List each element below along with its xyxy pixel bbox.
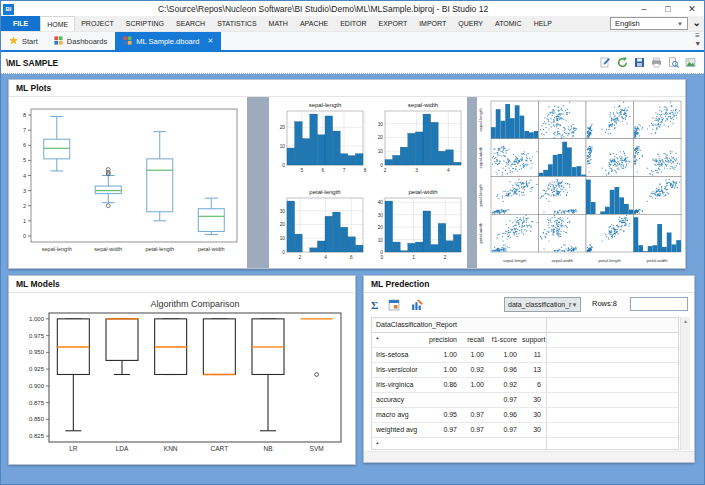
- value-cell: [424, 393, 462, 407]
- value-cell: 0.97: [489, 423, 522, 437]
- svg-text:2: 2: [384, 168, 387, 173]
- menu-item-statistics[interactable]: STATISTICS: [211, 16, 262, 31]
- column-header-recall[interactable]: recall: [462, 333, 489, 347]
- close-button[interactable]: ✕: [680, 2, 704, 16]
- svg-text:petal-width: petal-width: [478, 222, 483, 243]
- tab-start[interactable]: Start: [1, 32, 46, 50]
- svg-text:4: 4: [324, 255, 327, 260]
- svg-text:petal-length: petal-length: [145, 246, 174, 252]
- value-cell: 30: [522, 408, 546, 422]
- menu-item-help[interactable]: HELP: [528, 16, 558, 31]
- iris-boxplot-figure: 012345678sepal-lengthsepal-widthpetal-le…: [9, 97, 247, 268]
- menu-item-editor[interactable]: EDITOR: [334, 16, 372, 31]
- tab-ml-sample-dboard[interactable]: ML Sample.dboard✕: [115, 32, 221, 50]
- add-report-icon: [411, 299, 423, 311]
- svg-text:sepal-length: sepal-length: [309, 102, 342, 108]
- menu-item-export[interactable]: EXPORT: [373, 16, 414, 31]
- value-cell: 1.00: [462, 348, 489, 362]
- svg-text:0.975: 0.975: [29, 333, 45, 339]
- svg-text:petal-length: petal-length: [309, 189, 340, 195]
- column-header-precision[interactable]: precision: [424, 333, 462, 347]
- menu-item-import[interactable]: IMPORT: [413, 16, 452, 31]
- value-cell: 0.92: [462, 363, 489, 377]
- svg-text:5: 5: [23, 157, 26, 163]
- dataset-selector[interactable]: data_classification_r ▼: [504, 297, 581, 312]
- print-icon[interactable]: [651, 57, 662, 68]
- prediction-toolbar: Σ data_classification_r ▼ Rows:8: [364, 293, 694, 317]
- save-icon[interactable]: [634, 57, 645, 68]
- menu-item-atomic[interactable]: ATOMIC: [489, 16, 528, 31]
- menu-item-file[interactable]: FILE: [1, 16, 40, 31]
- chevron-down-icon: ▼: [677, 21, 683, 27]
- table-row[interactable]: weighted avg0.970.970.9730: [372, 423, 678, 438]
- svg-text:0: 0: [380, 255, 383, 260]
- menu-item-query[interactable]: QUERY: [452, 16, 489, 31]
- svg-text:6: 6: [350, 255, 353, 260]
- menu-item-apache[interactable]: APACHE: [294, 16, 334, 31]
- ml-plots-panel: ML Plots 012345678sepal-lengthsepal-widt…: [8, 79, 686, 269]
- svg-text:1.000: 1.000: [29, 316, 45, 322]
- table-scrollbar[interactable]: ▲: [680, 317, 690, 450]
- table-row[interactable]: Iris-setosa1.001.001.0011: [372, 348, 678, 363]
- svg-text:LR: LR: [69, 445, 78, 452]
- svg-text:sepal-width: sepal-width: [408, 102, 438, 108]
- value-cell: 13: [522, 363, 546, 377]
- menu-item-scripting[interactable]: SCRIPTING: [120, 16, 170, 31]
- ml-models-panel-title: ML Models: [9, 276, 355, 293]
- svg-text:1: 1: [23, 218, 26, 224]
- tab-dashboards[interactable]: Dashboards: [46, 32, 115, 50]
- tab-list-icon[interactable]: ≡▾: [695, 32, 700, 48]
- svg-text:20: 20: [280, 125, 286, 130]
- menu-item-search[interactable]: SEARCH: [170, 16, 211, 31]
- column-header-star[interactable]: *: [372, 333, 424, 347]
- tab-label: Start: [22, 37, 38, 46]
- dashboard-icon: [123, 36, 132, 47]
- maximize-button[interactable]: □: [656, 2, 680, 16]
- value-cell: 1.00: [489, 348, 522, 362]
- path-toolbar: \ML SAMPLE: [1, 52, 704, 74]
- svg-text:8: 8: [23, 112, 26, 118]
- svg-text:3: 3: [23, 188, 26, 194]
- edit-icon[interactable]: [600, 57, 611, 68]
- language-selector[interactable]: English▼: [610, 17, 688, 30]
- edit-icon: [600, 57, 611, 68]
- filter-input[interactable]: [630, 297, 688, 311]
- svg-text:sepal-width: sepal-width: [478, 146, 483, 168]
- scroll-up-icon[interactable]: ▲: [681, 317, 690, 326]
- ml-prediction-panel: ML Predection Σ data_classification_r ▼ …: [363, 275, 695, 463]
- svg-text:6: 6: [23, 142, 26, 148]
- svg-text:sepal-width: sepal-width: [94, 246, 122, 252]
- table-row[interactable]: accuracy0.9730: [372, 393, 678, 408]
- row-label-cell: Iris-versicolor: [372, 363, 424, 377]
- svg-text:sepal-width: sepal-width: [551, 258, 573, 263]
- row-label-cell: weighted avg: [372, 423, 424, 437]
- value-cell: 0.92: [489, 378, 522, 392]
- table-row[interactable]: *: [372, 438, 678, 450]
- add-report-icon[interactable]: [411, 299, 424, 312]
- table-row[interactable]: Iris-versicolor1.000.920.9613: [372, 363, 678, 378]
- refresh-icon[interactable]: [617, 57, 628, 68]
- menu-item-project[interactable]: PROJECT: [75, 16, 120, 31]
- ml-plots-panel-title: ML Plots: [9, 80, 685, 97]
- table-group-header: DataClassification_Report: [372, 318, 678, 333]
- menu-item-home[interactable]: HOME: [40, 16, 75, 31]
- svg-text:0.950: 0.950: [29, 349, 45, 355]
- row-label-cell: *: [372, 438, 424, 450]
- menu-item-math[interactable]: MATH: [263, 16, 294, 31]
- export-grid-icon[interactable]: [388, 299, 401, 312]
- svg-text:SVM: SVM: [310, 445, 324, 452]
- export-image-icon[interactable]: [685, 57, 696, 68]
- minimize-button[interactable]: –: [632, 2, 656, 16]
- svg-text:0.850: 0.850: [29, 416, 45, 422]
- column-header-f1-score[interactable]: f1-score: [489, 333, 522, 347]
- print-icon: [651, 57, 662, 68]
- value-cell: 0.97: [462, 408, 489, 422]
- ribbon-collapse-icon[interactable]: ⌄: [693, 16, 701, 30]
- table-row[interactable]: macro avg0.950.970.9630: [372, 408, 678, 423]
- ml-plots-figures: 012345678sepal-lengthsepal-widthpetal-le…: [9, 97, 685, 268]
- column-header-support[interactable]: support: [522, 333, 546, 347]
- sum-icon[interactable]: Σ: [371, 299, 378, 312]
- close-icon[interactable]: ✕: [207, 37, 213, 45]
- table-row[interactable]: Iris-virginica0.861.000.926: [372, 378, 678, 393]
- print-preview-icon[interactable]: [668, 57, 679, 68]
